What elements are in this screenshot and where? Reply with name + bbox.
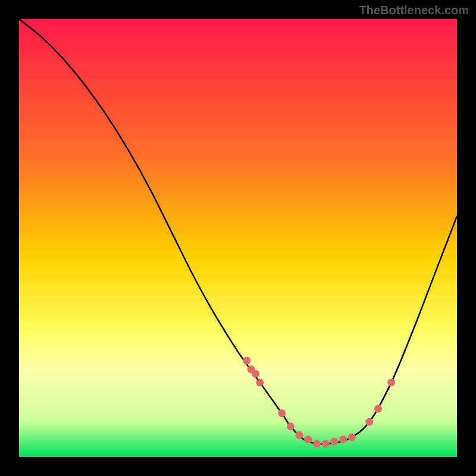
marker-point — [252, 370, 259, 378]
marker-point — [348, 433, 356, 441]
marker-point — [339, 436, 347, 443]
marker-point — [256, 378, 264, 386]
marker-point — [287, 422, 295, 430]
marker-point — [322, 440, 330, 447]
marker-point — [387, 378, 395, 386]
marker-point — [243, 357, 250, 365]
marker-point — [278, 409, 286, 417]
marker-point — [374, 405, 382, 413]
marker-point — [304, 436, 312, 443]
marker-point — [296, 431, 303, 439]
bottleneck-chart — [19, 19, 457, 457]
marker-point — [330, 438, 338, 446]
watermark-text: TheBottleneck.com — [359, 4, 469, 17]
marker-point — [313, 440, 321, 447]
marker-point — [365, 418, 373, 426]
